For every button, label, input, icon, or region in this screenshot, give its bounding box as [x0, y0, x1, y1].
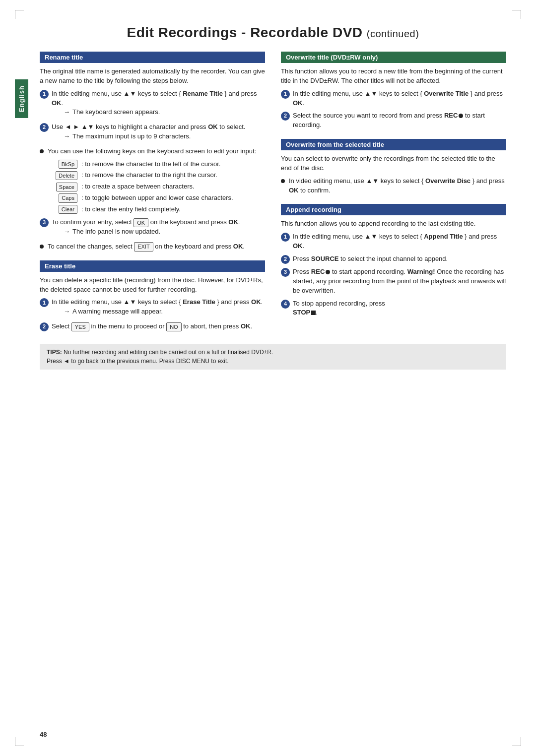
delete-key: Delete — [56, 171, 77, 180]
caps-key: Caps — [59, 193, 77, 202]
rename-step-3: 3 To confirm your entry, select OK on th… — [40, 218, 265, 239]
key-clear-row: Clear : to clear the entry field complet… — [49, 205, 265, 214]
step-number-3: 3 — [40, 218, 49, 227]
bksp-key: BkSp — [59, 160, 77, 169]
keyboard-key-table: BkSp : to remove the character to the le… — [49, 160, 265, 214]
erase-step-2: 2 Select YES in the menu to proceed or N… — [40, 322, 265, 331]
step-number-1: 1 — [40, 90, 49, 99]
append-recording-section: Append recording This function allows yo… — [281, 204, 506, 317]
overwrite-selected-header: Overwrite from the selected title — [281, 139, 506, 150]
erase-step-number-1: 1 — [40, 298, 49, 307]
key-space-row: Space : to create a space between charac… — [49, 182, 265, 191]
overwrite-selected-intro: You can select to overwrite only the rec… — [281, 154, 506, 173]
tips-text2: Press ◄ to go back to the previous menu.… — [47, 358, 229, 365]
overwrite-selected-section: Overwrite from the selected title You ca… — [281, 139, 506, 195]
page-number: 48 — [40, 731, 47, 738]
corner-mark-bl — [15, 737, 24, 746]
erase-title-intro: You can delete a specific title (recordi… — [40, 276, 265, 295]
content-columns: Rename title The original title name is … — [40, 52, 506, 335]
overwrite-step-2: 2 Select the source you want to record f… — [281, 111, 506, 130]
append-step-number-1: 1 — [281, 233, 290, 242]
rec-dot-append — [326, 270, 330, 274]
tips-box: TIPS: No further recording and editing c… — [40, 344, 506, 370]
append-step-number-2: 2 — [281, 255, 290, 264]
no-key: NO — [166, 322, 182, 331]
corner-mark-br — [512, 737, 521, 746]
append-step-4: 4 To stop append recording, pressSTOP. — [281, 299, 506, 318]
stop-square — [311, 311, 316, 315]
ok-key: OK — [134, 218, 148, 227]
overwrite-title-section: Overwrite title (DVD±RW only) This funct… — [281, 52, 506, 130]
sidebar-english-label: English — [15, 79, 28, 118]
erase-step-1: 1 In title editing menu, use ▲▼ keys to … — [40, 298, 265, 318]
corner-mark-tl — [15, 10, 24, 19]
right-column: Overwrite title (DVD±RW only) This funct… — [281, 52, 506, 335]
append-step-3: 3 Press REC to start append recording. W… — [281, 267, 506, 296]
clear-key: Clear — [59, 205, 77, 214]
erase-title-section: Erase title You can delete a specific ti… — [40, 260, 265, 331]
overwrite-title-intro: This function allows you to record a new… — [281, 67, 506, 86]
append-recording-intro: This function allows you to append recor… — [281, 219, 506, 229]
rename-keyboard-bullet: You can use the following keys on the ke… — [40, 147, 265, 156]
erase-title-header: Erase title — [40, 260, 265, 272]
page: English Edit Recordings - Recordable DVD… — [0, 0, 536, 756]
rename-title-intro: The original title name is generated aut… — [40, 67, 265, 86]
tips-label: TIPS: — [47, 349, 62, 356]
overwrite-step-number-1: 1 — [281, 90, 290, 99]
append-recording-header: Append recording — [281, 204, 506, 215]
key-caps-row: Caps : to toggle between upper and lower… — [49, 193, 265, 203]
overwrite-step-number-2: 2 — [281, 112, 290, 121]
exit-key: EXIT — [134, 242, 153, 251]
overwrite-title-header: Overwrite title (DVD±RW only) — [281, 52, 506, 63]
overwrite-selected-bullet: In video editing menu, use ▲▼ keys to se… — [281, 177, 506, 195]
corner-mark-tr — [512, 10, 521, 19]
rename-step-2: 2 Use ◄ ► ▲▼ keys to highlight a charact… — [40, 123, 265, 143]
yes-key: YES — [71, 322, 89, 331]
rec-dot-overwrite — [459, 114, 463, 118]
append-step-number-3: 3 — [281, 268, 290, 277]
rename-title-header: Rename title — [40, 52, 265, 63]
key-delete-row: Delete : to remove the character to the … — [49, 171, 265, 180]
erase-step-number-2: 2 — [40, 322, 49, 331]
tips-text1: No further recording and editing can be … — [64, 349, 273, 356]
left-column: Rename title The original title name is … — [40, 52, 265, 335]
append-step-number-4: 4 — [281, 300, 290, 309]
step-number-2: 2 — [40, 123, 49, 132]
append-step-2: 2 Press SOURCE to select the input chann… — [281, 254, 506, 264]
rename-cancel-bullet: To cancel the changes, select EXIT on th… — [40, 242, 265, 252]
append-step-1: 1 In title editing menu, use ▲▼ keys to … — [281, 232, 506, 251]
page-title: Edit Recordings - Recordable DVD (contin… — [40, 25, 506, 41]
key-bksp-row: BkSp : to remove the character to the le… — [49, 160, 265, 169]
overwrite-step-1: 1 In title editing menu, use ▲▼ keys to … — [281, 89, 506, 108]
rename-step-1: 1 In title editing menu, use ▲▼ keys to … — [40, 89, 265, 120]
rename-title-section: Rename title The original title name is … — [40, 52, 265, 252]
space-key: Space — [56, 183, 77, 191]
